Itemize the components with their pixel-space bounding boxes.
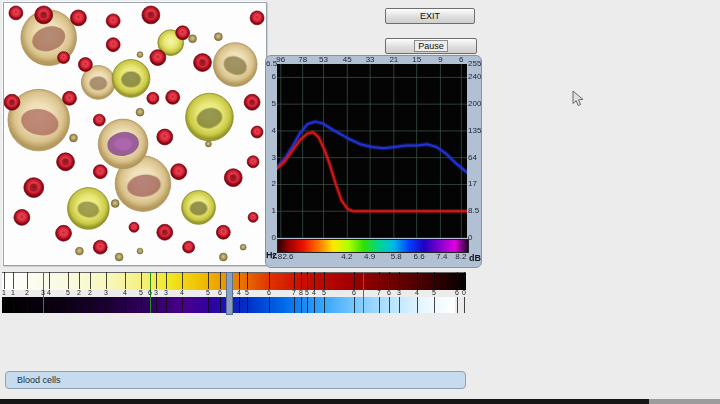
scale-tick-label: 5 — [305, 288, 309, 297]
right-axis-tick: 240 — [468, 73, 481, 81]
scale-tick — [301, 297, 302, 313]
right-axis-tick: 200 — [468, 100, 481, 108]
scale-tick-label: 2 — [25, 288, 29, 297]
spectrum-color-strip — [277, 239, 469, 253]
scale-tick — [399, 297, 400, 313]
scale-tick — [220, 272, 221, 289]
scale-tick — [125, 272, 126, 289]
left-axis-tick: 0 — [266, 234, 276, 242]
scale-tick — [79, 272, 80, 289]
scale-tick — [49, 272, 50, 289]
bottom-axis-tick: 7.4 — [436, 253, 450, 261]
top-axis-tick: 78 — [297, 56, 309, 64]
scale-tick-label: 1 — [2, 288, 6, 297]
bottom-axis-tick: 8.2 — [455, 253, 469, 261]
scale-tick — [79, 297, 80, 313]
scale-tick — [434, 297, 435, 313]
scale-tick — [399, 272, 400, 289]
scale-tick-label: 0 — [462, 288, 466, 297]
blood-cells-image-panel — [3, 2, 267, 266]
caption-label: Blood cells — [17, 375, 61, 385]
scale-tick-label: 6 — [218, 288, 222, 297]
bottom-light-bar — [649, 399, 720, 404]
scale-tick-label: 5 — [432, 288, 436, 297]
scale-tick — [239, 272, 240, 289]
pause-button-label: Pause — [414, 40, 448, 52]
bottom-dark-bar — [0, 399, 649, 404]
scale-tick-label: 5 — [322, 288, 326, 297]
right-axis-tick: 0 — [468, 234, 481, 242]
scale-tick — [314, 297, 315, 313]
right-axis-tick: 255 — [468, 60, 481, 68]
scale-tick — [166, 297, 167, 313]
scale-tick — [13, 272, 14, 289]
scale-tick — [49, 297, 50, 313]
top-axis-tick: 6 — [455, 56, 467, 64]
scale-tick — [269, 297, 270, 313]
scale-tick-label: 3 — [164, 288, 168, 297]
db-unit-label: dB — [469, 253, 481, 263]
exit-button[interactable]: EXIT — [385, 8, 475, 24]
scale-tick — [208, 272, 209, 289]
scale-tick-label: 3 — [154, 288, 158, 297]
scale-tick — [68, 297, 69, 313]
top-axis-tick: 53 — [318, 56, 330, 64]
scale-tick-green — [363, 272, 364, 313]
scale-tick-label: 2 — [88, 288, 92, 297]
scale-tick — [389, 297, 390, 313]
scale-tick — [156, 272, 157, 289]
caption-bar[interactable]: Blood cells — [5, 371, 466, 389]
scale-tick-label: 3 — [104, 288, 108, 297]
scale-tick — [389, 272, 390, 289]
scale-tick — [68, 272, 69, 289]
scale-tick — [141, 272, 142, 289]
scale-tick — [239, 297, 240, 313]
top-axis-tick: 45 — [341, 56, 353, 64]
scale-tick — [417, 297, 418, 313]
scale-tick — [182, 272, 183, 289]
scale-tick — [294, 272, 295, 289]
hz-unit-label: Hz — [266, 250, 277, 260]
scale-tick — [141, 297, 142, 313]
left-axis-tick: 5 — [266, 100, 276, 108]
scale-tick — [247, 272, 248, 289]
left-axis-tick: 4 — [266, 127, 276, 135]
scale-tick-label: 6 — [352, 288, 356, 297]
right-axis-tick: 8.5 — [468, 207, 481, 215]
left-axis-tick: 6.5 — [266, 60, 276, 68]
pause-button[interactable]: Pause — [385, 38, 477, 54]
scale-tick — [294, 297, 295, 313]
scale-tick — [354, 297, 355, 313]
left-axis-tick: 3 — [266, 154, 276, 162]
blood-cells-image — [4, 3, 266, 265]
bottom-axis-tick: 5.8 — [391, 253, 405, 261]
scale-tick — [4, 272, 5, 289]
scale-tick — [324, 272, 325, 289]
left-axis-tick: 1 — [266, 207, 276, 215]
scale-tick — [354, 272, 355, 289]
scale-tick — [379, 272, 380, 289]
scale-tick-label: 3 — [41, 288, 45, 297]
scale-tick-label: 6 — [387, 288, 391, 297]
scale-tick-label: 7 — [292, 288, 296, 297]
scale-tick — [464, 272, 465, 289]
scale-tick — [301, 272, 302, 289]
scale-tick — [247, 297, 248, 313]
frequency-scale-marker[interactable] — [226, 272, 233, 315]
scale-tick-label: 5 — [245, 288, 249, 297]
scale-tick — [106, 272, 107, 289]
exit-button-label: EXIT — [420, 11, 440, 21]
scale-tick — [269, 272, 270, 289]
scale-tick — [125, 297, 126, 313]
application-window: EXIT Pause 96785345332115966.56543210255… — [0, 0, 720, 404]
scale-tick — [90, 272, 91, 289]
scale-tick — [464, 297, 465, 313]
scale-tick — [220, 297, 221, 313]
scale-tick — [90, 297, 91, 313]
bottom-axis-tick: 6.6 — [414, 253, 428, 261]
scale-tick — [457, 297, 458, 313]
scale-tick-label: 4 — [312, 288, 316, 297]
scale-tick — [208, 297, 209, 313]
mouse-cursor — [572, 90, 584, 111]
scale-tick — [27, 272, 28, 289]
